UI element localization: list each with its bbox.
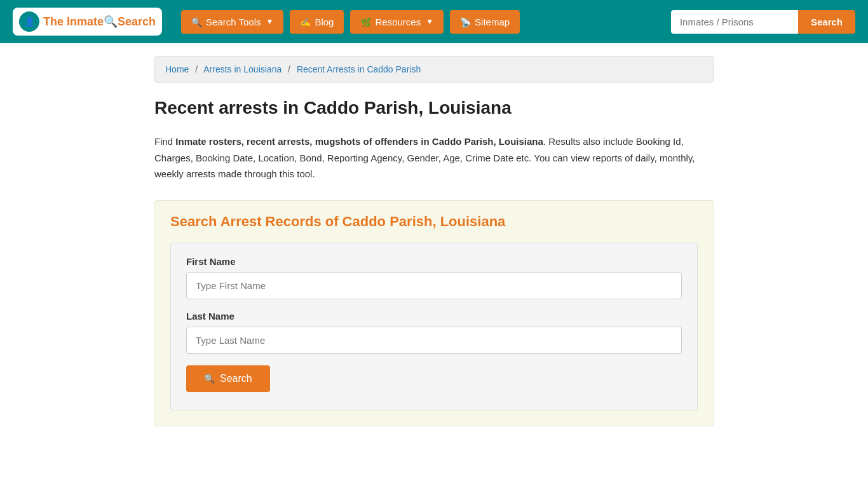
sitemap-label: Sitemap [475,17,510,27]
sitemap-icon [460,17,471,27]
sitemap-button[interactable]: Sitemap [450,10,520,34]
search-tools-button[interactable]: Search Tools ▼ [181,10,283,34]
header-search-button[interactable]: Search [798,10,855,34]
blog-button[interactable]: Blog [290,10,344,34]
breadcrumb: Home / Arrests in Louisiana / Recent Arr… [154,56,714,83]
logo-search-text: 🔍Search [104,15,156,28]
search-tools-label: Search Tools [206,17,261,27]
last-name-group: Last Name [186,311,682,354]
logo-inmate: Inmate [67,15,104,28]
logo-icon: 👤 [19,11,39,32]
header-search-label: Search [811,17,843,27]
search-form-label: Search [220,373,252,384]
search-form-button[interactable]: Search [186,365,270,392]
search-section: Search Arrest Records of Caddo Parish, L… [154,200,714,426]
logo-the: The [43,15,67,28]
last-name-input[interactable] [186,327,682,354]
breadcrumb-separator-2: / [288,64,290,74]
breadcrumb-current: Recent Arrests in Caddo Parish [297,64,421,74]
breadcrumb-home[interactable]: Home [165,64,189,74]
resources-button[interactable]: Resources ▼ [350,10,444,34]
description-prefix: Find [154,136,175,147]
search-form-icon [204,373,215,384]
resources-icon [360,17,371,27]
resources-label: Resources [375,17,421,27]
blog-icon [300,17,311,27]
first-name-label: First Name [186,256,682,267]
header-search-input[interactable] [671,10,798,34]
main-content: Home / Arrests in Louisiana / Recent Arr… [142,43,726,452]
breadcrumb-arrests-louisiana[interactable]: Arrests in Louisiana [203,64,281,74]
page-description: Find Inmate rosters, recent arrests, mug… [154,133,714,182]
search-form-card: First Name Last Name Search [170,243,698,410]
header-search-area: Search [671,10,855,34]
chevron-down-icon: ▼ [266,17,274,26]
navbar: 👤 The Inmate🔍Search Search Tools ▼ Blog … [0,0,868,43]
breadcrumb-separator-1: / [195,64,198,74]
page-title: Recent arrests in Caddo Parish, Louisian… [154,98,714,118]
search-section-title: Search Arrest Records of Caddo Parish, L… [170,214,698,230]
first-name-input[interactable] [186,272,682,299]
last-name-label: Last Name [186,311,682,322]
search-tools-icon [191,17,202,27]
blog-label: Blog [315,17,334,27]
first-name-group: First Name [186,256,682,299]
chevron-down-icon-2: ▼ [426,17,433,26]
logo-text: The Inmate🔍Search [43,15,156,29]
logo-box: 👤 The Inmate🔍Search [13,8,162,36]
description-bold: Inmate rosters, recent arrests, mugshots… [175,136,543,147]
logo-area: 👤 The Inmate🔍Search [13,8,162,36]
